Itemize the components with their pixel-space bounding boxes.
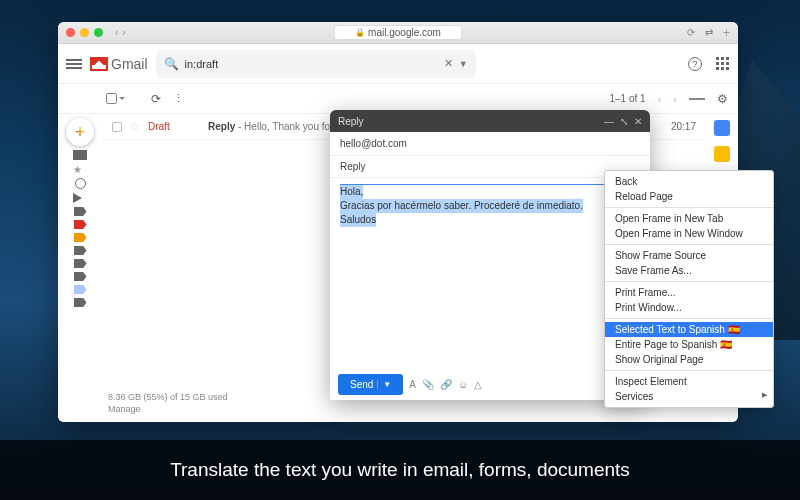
pagination-text: 1–1 of 1 xyxy=(610,93,646,104)
context-menu-item[interactable]: Show Original Page xyxy=(605,352,773,367)
link-icon[interactable]: 🔗 xyxy=(440,379,452,390)
gmail-logo[interactable]: Gmail xyxy=(90,56,148,72)
row-sender: Draft xyxy=(148,121,200,132)
url-text: mail.google.com xyxy=(368,27,441,38)
context-menu-item[interactable]: Inspect Element xyxy=(605,374,773,389)
label-gray1-icon[interactable] xyxy=(74,246,87,255)
context-menu: BackReload PageOpen Frame in New TabOpen… xyxy=(604,170,774,408)
reload-icon[interactable]: ⟳ xyxy=(687,27,695,38)
apps-button[interactable] xyxy=(716,57,730,71)
compose-expand-button[interactable]: ⤡ xyxy=(620,116,628,127)
support-button[interactable]: ? xyxy=(688,57,702,71)
search-bar[interactable]: 🔍 in:draft ✕ ▼ xyxy=(156,50,476,78)
compose-titlebar[interactable]: Reply — ⤡ ✕ xyxy=(330,110,650,132)
format-icon[interactable]: A xyxy=(409,379,416,390)
minimize-window-button[interactable] xyxy=(80,28,89,37)
search-value: in:draft xyxy=(185,58,438,70)
calendar-panel-icon[interactable] xyxy=(714,120,730,136)
compose-close-button[interactable]: ✕ xyxy=(634,116,642,127)
compose-toolbar: Send ▼ A 📎 🔗 ☺ △ xyxy=(330,368,650,400)
attach-icon[interactable]: 📎 xyxy=(422,379,434,390)
compose-button[interactable]: + xyxy=(66,118,94,146)
selected-text-line: Gracias por hacérmelo saber. Procederé d… xyxy=(340,199,583,213)
compose-subject-field[interactable]: Reply xyxy=(330,156,650,178)
send-button[interactable]: Send ▼ xyxy=(338,374,403,395)
storage-text: 8.36 GB (55%) of 15 GB used xyxy=(108,392,228,402)
caption-text: Translate the text you write in email, f… xyxy=(170,459,630,481)
snoozed-icon[interactable] xyxy=(75,178,86,189)
sent-icon[interactable] xyxy=(73,193,87,203)
label-red-icon[interactable] xyxy=(74,220,87,229)
context-menu-item[interactable]: Services xyxy=(605,389,773,404)
context-menu-item[interactable]: Print Frame... xyxy=(605,285,773,300)
promo-caption: Translate the text you write in email, f… xyxy=(0,440,800,500)
inbox-icon[interactable] xyxy=(73,150,87,160)
label-icon[interactable] xyxy=(74,207,87,216)
context-menu-item[interactable]: Selected Text to Spanish 🇪🇸 xyxy=(605,322,773,337)
compose-minimize-button[interactable]: — xyxy=(604,116,614,127)
gmail-header: Gmail 🔍 in:draft ✕ ▼ ? xyxy=(58,44,738,84)
window-traffic-lights xyxy=(66,28,103,37)
prev-page-button[interactable]: ‹ xyxy=(658,93,662,105)
search-options-button[interactable]: ▼ xyxy=(459,59,468,69)
zoom-window-button[interactable] xyxy=(94,28,103,37)
keep-panel-icon[interactable] xyxy=(714,146,730,162)
address-bar[interactable]: 🔒 mail.google.com xyxy=(334,25,462,40)
search-icon: 🔍 xyxy=(164,57,179,71)
context-menu-item[interactable]: Open Frame in New Tab xyxy=(605,211,773,226)
context-menu-item[interactable]: Back xyxy=(605,174,773,189)
label-gray2-icon[interactable] xyxy=(74,259,87,268)
context-menu-item[interactable]: Reload Page xyxy=(605,189,773,204)
settings-button[interactable]: ⚙ xyxy=(717,92,728,106)
emoji-icon[interactable]: ☺ xyxy=(458,379,468,390)
nav-forward-button[interactable]: › xyxy=(122,27,125,38)
refresh-button[interactable]: ⟳ xyxy=(151,92,161,106)
new-tab-button[interactable]: + xyxy=(723,26,730,40)
nav-arrows: ‹ › xyxy=(115,27,126,38)
compose-title: Reply xyxy=(338,116,364,127)
row-star-icon[interactable]: ☆ xyxy=(130,120,140,133)
send-dropdown[interactable]: ▼ xyxy=(377,380,391,389)
gmail-logo-text: Gmail xyxy=(111,56,148,72)
density-button[interactable] xyxy=(689,98,705,100)
gmail-m-icon xyxy=(90,57,108,71)
label-orange-icon[interactable] xyxy=(74,233,87,242)
close-window-button[interactable] xyxy=(66,28,75,37)
context-menu-item[interactable]: Print Window... xyxy=(605,300,773,315)
row-time: 20:17 xyxy=(671,121,696,132)
safari-titlebar: ‹ › 🔒 mail.google.com ⟳ ⇄ + xyxy=(58,22,738,44)
more-actions-button[interactable]: ⋮ xyxy=(173,92,185,105)
compose-body[interactable]: Hola, Gracias por hacérmelo saber. Proce… xyxy=(330,178,650,368)
sidebar: + ★ xyxy=(58,114,102,422)
context-menu-item[interactable]: Save Frame As... xyxy=(605,263,773,278)
next-page-button[interactable]: › xyxy=(673,93,677,105)
drive-icon[interactable]: △ xyxy=(474,379,482,390)
label-blue-icon[interactable] xyxy=(74,285,87,294)
row-subject: Reply xyxy=(208,121,235,132)
manage-link[interactable]: Manage xyxy=(108,404,228,414)
selected-text-line: Hola, xyxy=(340,185,363,199)
compose-to-field[interactable]: hello@dot.com xyxy=(330,132,650,156)
main-menu-button[interactable] xyxy=(66,59,82,69)
context-menu-item[interactable]: Entire Page to Spanish 🇪🇸 xyxy=(605,337,773,352)
label-gray4-icon[interactable] xyxy=(74,298,87,307)
starred-icon[interactable]: ★ xyxy=(73,164,87,174)
row-checkbox[interactable] xyxy=(112,122,122,132)
nav-back-button[interactable]: ‹ xyxy=(115,27,118,38)
translate-toolbar-icon[interactable]: ⇄ xyxy=(705,27,713,38)
select-all-checkbox[interactable] xyxy=(106,93,117,104)
context-menu-item[interactable]: Show Frame Source xyxy=(605,248,773,263)
compose-window: Reply — ⤡ ✕ hello@dot.com Reply Hola, Gr… xyxy=(330,110,650,400)
selected-text-line: Saludos xyxy=(340,213,376,227)
search-clear-button[interactable]: ✕ xyxy=(444,57,453,70)
label-gray3-icon[interactable] xyxy=(74,272,87,281)
lock-icon: 🔒 xyxy=(355,28,365,37)
context-menu-item[interactable]: Open Frame in New Window xyxy=(605,226,773,241)
